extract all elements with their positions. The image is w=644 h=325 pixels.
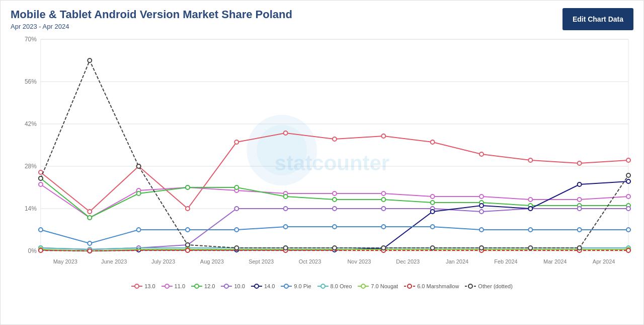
svg-point-149 <box>224 284 228 288</box>
svg-point-123 <box>186 248 190 252</box>
svg-point-79 <box>626 207 630 211</box>
legend-label-9pie: 9.0 Pie <box>294 283 311 289</box>
svg-point-60 <box>333 198 337 202</box>
edit-chart-button[interactable]: Edit Chart Data <box>562 8 633 30</box>
svg-point-27 <box>257 125 307 175</box>
title-block: Mobile & Tablet Android Version Market S… <box>11 8 292 30</box>
svg-point-157 <box>361 284 365 288</box>
svg-point-62 <box>431 201 435 205</box>
svg-text:28%: 28% <box>25 163 37 170</box>
svg-point-145 <box>165 284 169 288</box>
svg-point-134 <box>284 246 288 250</box>
legend-item-9pie: 9.0 Pie <box>281 283 311 289</box>
svg-point-51 <box>528 198 532 202</box>
svg-point-141 <box>626 173 630 177</box>
legend-label-10: 10.0 <box>234 283 245 289</box>
svg-point-94 <box>88 241 92 245</box>
svg-point-31 <box>186 207 190 211</box>
legend-label-12: 12.0 <box>204 283 215 289</box>
svg-point-99 <box>333 225 337 229</box>
svg-text:Mar 2024: Mar 2024 <box>543 258 567 265</box>
svg-point-48 <box>381 191 385 196</box>
svg-text:July 2023: July 2023 <box>151 258 175 265</box>
svg-point-88 <box>431 210 435 214</box>
chart-svg: 70% 56% 42% 28% 14% 0% May 2023 June 202… <box>11 34 633 281</box>
svg-point-159 <box>408 284 412 288</box>
line-6marshmallow <box>41 250 628 251</box>
svg-point-72 <box>284 207 288 211</box>
legend-item-7nougat: 7.0 Nougat <box>358 283 398 289</box>
svg-point-78 <box>578 207 582 211</box>
legend-label-14: 14.0 <box>264 283 275 289</box>
svg-point-147 <box>195 284 199 288</box>
svg-point-37 <box>479 152 484 156</box>
svg-point-155 <box>321 284 325 288</box>
svg-text:14%: 14% <box>25 205 37 212</box>
svg-point-95 <box>137 228 141 232</box>
svg-text:Aug 2023: Aug 2023 <box>200 258 224 265</box>
svg-point-35 <box>381 134 385 138</box>
svg-point-39 <box>578 161 582 165</box>
svg-point-59 <box>284 194 288 199</box>
svg-point-133 <box>234 246 238 250</box>
legend-label-6marshmallow: 6.0 Marshmallow <box>417 283 459 289</box>
svg-text:June 2023: June 2023 <box>101 258 127 265</box>
svg-point-52 <box>578 198 582 202</box>
svg-point-50 <box>479 194 484 199</box>
legend-item-12: 12.0 <box>191 283 215 289</box>
svg-text:Nov 2023: Nov 2023 <box>347 258 371 265</box>
svg-point-90 <box>528 207 532 211</box>
legend-item-8oreo: 8.0 Oreo <box>317 283 352 289</box>
svg-point-98 <box>284 225 288 229</box>
svg-point-130 <box>88 58 92 62</box>
svg-point-137 <box>431 246 435 250</box>
svg-text:Sept 2023: Sept 2023 <box>249 258 274 265</box>
legend-item-6marshmallow: 6.0 Marshmallow <box>404 283 459 289</box>
svg-text:Jan 2024: Jan 2024 <box>446 258 468 265</box>
svg-point-74 <box>381 207 385 211</box>
svg-point-56 <box>137 191 141 196</box>
svg-point-132 <box>186 243 190 247</box>
svg-point-32 <box>234 140 238 144</box>
svg-point-139 <box>528 246 532 250</box>
svg-point-101 <box>431 225 435 229</box>
svg-text:56%: 56% <box>25 78 37 85</box>
svg-point-131 <box>137 164 141 168</box>
svg-point-161 <box>468 284 472 288</box>
svg-point-140 <box>578 246 582 250</box>
svg-point-40 <box>626 158 630 162</box>
svg-point-92 <box>626 179 630 183</box>
svg-point-61 <box>381 198 385 202</box>
legend-item-13: 13.0 <box>131 283 155 289</box>
svg-text:May 2023: May 2023 <box>53 258 77 265</box>
svg-rect-0 <box>41 39 628 251</box>
legend-item-14: 14.0 <box>251 283 275 289</box>
svg-point-38 <box>528 158 532 162</box>
svg-point-53 <box>626 194 630 199</box>
svg-point-89 <box>479 204 484 208</box>
svg-point-55 <box>88 216 92 220</box>
svg-text:Feb 2024: Feb 2024 <box>494 258 517 265</box>
svg-point-103 <box>528 228 532 232</box>
subtitle: Apr 2023 - Apr 2024 <box>11 23 292 30</box>
legend-label-8oreo: 8.0 Oreo <box>331 283 352 289</box>
legend: 13.0 11.0 12.0 10.0 14.0 9.0 Pie <box>11 283 633 289</box>
svg-point-128 <box>626 248 630 252</box>
main-title: Mobile & Tablet Android Version Market S… <box>11 8 292 21</box>
svg-point-47 <box>333 191 337 196</box>
svg-point-33 <box>284 131 288 135</box>
page-container: Mobile & Tablet Android Version Market S… <box>0 0 644 325</box>
svg-point-136 <box>381 246 385 250</box>
svg-text:Oct 2023: Oct 2023 <box>299 258 321 265</box>
svg-point-143 <box>135 284 139 288</box>
svg-text:0%: 0% <box>28 247 37 254</box>
svg-point-100 <box>381 225 385 229</box>
svg-point-102 <box>479 228 484 232</box>
svg-point-49 <box>431 194 435 199</box>
legend-label-other: Other (dotted) <box>478 283 512 289</box>
svg-text:70%: 70% <box>25 36 37 43</box>
legend-label-11: 11.0 <box>175 283 185 289</box>
svg-text:Dec 2023: Dec 2023 <box>396 258 420 265</box>
legend-label-13: 13.0 <box>144 283 155 289</box>
svg-text:Apr 2024: Apr 2024 <box>593 258 615 265</box>
